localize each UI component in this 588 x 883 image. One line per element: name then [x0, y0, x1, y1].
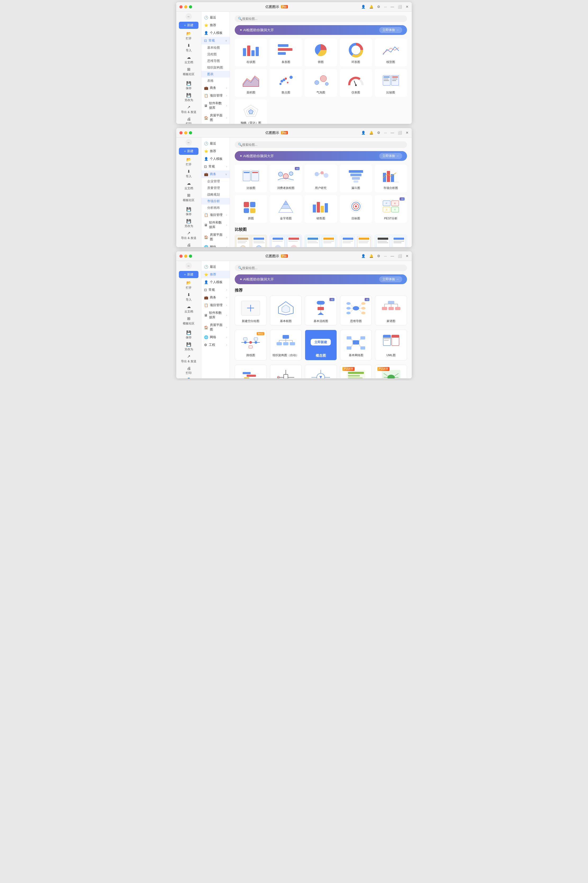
close-icon[interactable]: ✕	[406, 5, 409, 9]
template-card-2-1[interactable]: Asian And Western Cust...	[235, 235, 267, 247]
nav-network-2[interactable]: 🌐网络›	[201, 243, 230, 247]
nav-project-3[interactable]: 📋项目管理›	[201, 301, 230, 309]
bell-icon-2[interactable]: 🔔	[369, 131, 374, 135]
sidebar-save-3[interactable]: 💾保存	[176, 329, 201, 341]
nav-sub-basic-1[interactable]: 基本绘图	[201, 45, 230, 51]
chart-card-bar[interactable]: 柱状图	[235, 39, 267, 66]
sidebar-import-3[interactable]: ⬇导入	[176, 291, 201, 303]
user-icon[interactable]: 👤	[361, 5, 366, 9]
close-icon-2[interactable]: ✕	[406, 131, 409, 135]
nav-sub-table-1[interactable]: 表格	[201, 78, 230, 84]
rec-card-mind[interactable]: AI	[340, 295, 372, 325]
max-btn[interactable]	[189, 5, 192, 9]
new-button-3[interactable]: +新建	[179, 271, 198, 278]
chart-card-market[interactable]: 市场分析图	[375, 165, 407, 192]
rec-card-uml[interactable]: UML图	[375, 330, 407, 360]
chart-card-scatter[interactable]: 散点图	[270, 69, 302, 97]
close-icon-3[interactable]: ✕	[406, 254, 409, 258]
chart-card-line[interactable]: 线型图	[375, 39, 407, 66]
max-btn-3[interactable]	[189, 255, 192, 258]
nav-software-2[interactable]: 🖥软件和数据库›	[201, 219, 230, 231]
minus-icon-2[interactable]: —	[391, 131, 394, 135]
restore-icon-3[interactable]: ⬜	[398, 254, 402, 258]
sidebar-account-3[interactable]: 👤账户	[176, 376, 201, 378]
rec-card-blank[interactable]: 新建空白绘图	[235, 295, 267, 325]
ai-banner-btn-3[interactable]: 立即体验 →	[379, 276, 402, 282]
minus-icon-3[interactable]: —	[391, 254, 394, 258]
restore-icon[interactable]: ⬜	[398, 5, 402, 9]
settings-icon-2[interactable]: ⚙	[377, 131, 380, 135]
rec-card-roadmap[interactable]: Beta 路线图	[235, 330, 267, 360]
dots-icon[interactable]: ···	[384, 5, 387, 9]
template-card-2-2[interactable]: E Learning Vs Calssroom...	[270, 235, 302, 247]
chart-card-compare2[interactable]: 比较图	[235, 165, 267, 192]
chart-card-journey[interactable]: AI 消费者旅程图	[270, 165, 302, 192]
sidebar-saveas-1[interactable]: 💾另存为	[176, 91, 201, 103]
nav-recent-1[interactable]: 🕐最近	[201, 14, 230, 21]
new-button-1[interactable]: +新建	[179, 22, 198, 29]
user-icon-3[interactable]: 👤	[361, 254, 366, 258]
nav-engineering-3[interactable]: ⚙工程›	[201, 341, 230, 349]
rec-card-circuit[interactable]: 基本电路图	[270, 364, 302, 378]
nav-recent-2[interactable]: 🕐最近	[201, 140, 230, 147]
rec-card-flow[interactable]: AI 基本流程图	[305, 295, 337, 325]
sidebar-saveas-3[interactable]: 💾另存为	[176, 341, 201, 353]
rec-card-frame[interactable]: 基本框图	[270, 295, 302, 325]
nav-sub-flow-1[interactable]: 流程图	[201, 51, 230, 58]
nav-software-1[interactable]: 🖥软件和数据库›	[201, 99, 230, 112]
ai-banner-btn-1[interactable]: 立即体验 →	[379, 27, 402, 33]
search-bar-3[interactable]: 🔍	[235, 265, 407, 271]
nav-sub-org-1[interactable]: 组织架构图	[201, 64, 230, 71]
chart-card-pyramid[interactable]: 金字塔图	[270, 195, 302, 223]
template-card-2-4[interactable]: Individual And Product ...	[340, 235, 372, 247]
chart-card-donut[interactable]: 环形图	[340, 39, 372, 66]
rec-card-edrawproj[interactable]: 产品推荐 亿图项目管理EdrawProj	[340, 364, 372, 378]
chart-card-compare[interactable]: 比较图	[375, 69, 407, 97]
nav-commerce-3[interactable]: 💼商务›	[201, 294, 230, 301]
chart-card-radar[interactable]: 蜘蛛（雷达）图	[235, 99, 267, 124]
sidebar-save-1[interactable]: 💾保存	[176, 79, 201, 91]
max-btn-2[interactable]	[189, 131, 192, 135]
user-icon-2[interactable]: 👤	[361, 131, 366, 135]
nav-floor-3[interactable]: 🏠房屋平面图›	[201, 321, 230, 333]
sidebar-template-1[interactable]: ⊞模板社区	[176, 66, 201, 78]
template-card-2-5[interactable]: Iphone6s Vs Galaxys7 C...	[375, 235, 407, 247]
new-button-2[interactable]: +新建	[179, 148, 198, 155]
nav-sub-quality-2[interactable]: 质量管理	[201, 185, 230, 191]
nav-normal-3[interactable]: ⊡常规›	[201, 286, 230, 294]
sidebar-saveas-2[interactable]: 💾另存为	[176, 217, 201, 229]
chart-card-puzzle[interactable]: 拼图	[235, 195, 267, 223]
chart-card-area[interactable]: 面积图	[235, 69, 267, 97]
nav-commerce-1[interactable]: 💼商务›	[201, 84, 230, 92]
chart-card-target[interactable]: 目标图	[340, 195, 372, 223]
chart-card-bubble[interactable]: 气泡图	[304, 69, 337, 97]
sidebar-import-2[interactable]: ⬇导入	[176, 168, 201, 180]
chart-card-gauge[interactable]: 仪表图	[340, 69, 372, 97]
min-btn-3[interactable]	[184, 255, 188, 258]
sidebar-export-3[interactable]: ↗导出 & 发送	[176, 353, 201, 364]
search-input-1[interactable]	[242, 17, 404, 21]
nav-recommend-3[interactable]: ⭐推荐	[201, 271, 230, 278]
nav-sub-analysis-2[interactable]: 分析画布	[201, 205, 230, 211]
nav-sub-enterprise-2[interactable]: 企业管理	[201, 178, 230, 185]
search-bar-2[interactable]: 🔍	[235, 141, 407, 148]
rec-card-pid[interactable]: 过程P&ID	[305, 364, 337, 378]
minus-icon[interactable]: —	[391, 5, 394, 9]
search-input-3[interactable]	[242, 266, 404, 270]
rec-card-gantt[interactable]: 甘特图	[235, 364, 267, 378]
nav-software-3[interactable]: 🖥软件和数据库›	[201, 309, 230, 321]
sidebar-export-1[interactable]: ↗导出 & 发送	[176, 103, 201, 115]
nav-project-2[interactable]: 📋项目管理›	[201, 211, 230, 219]
bell-icon[interactable]: 🔔	[369, 5, 374, 9]
sidebar-cloud-3[interactable]: ☁云文档	[176, 303, 201, 315]
rec-card-org[interactable]: 组织架构图（自动）	[270, 330, 302, 360]
sidebar-print-3[interactable]: 🖨打印	[176, 364, 201, 376]
dots-icon-3[interactable]: ···	[384, 254, 387, 258]
settings-icon-3[interactable]: ⚙	[377, 254, 380, 258]
nav-recommend-2[interactable]: ⭐推荐	[201, 147, 230, 155]
nav-recommend-1[interactable]: ⭐推荐	[201, 21, 230, 29]
sidebar-print-1[interactable]: 🖨打印	[176, 115, 201, 124]
nav-sub-mind-1[interactable]: 思维导图	[201, 58, 230, 64]
nav-commerce-2[interactable]: 💼商务∨	[201, 170, 230, 178]
nav-network-3[interactable]: 🌐网络›	[201, 333, 230, 341]
